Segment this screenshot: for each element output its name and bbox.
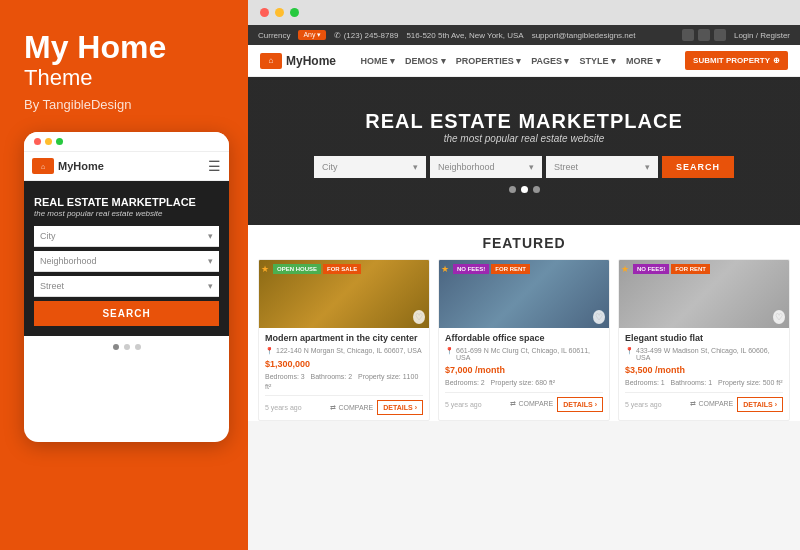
mobile-dot-2 [124, 344, 130, 350]
hero-title: REAL ESTATE MARKETPLACE [365, 110, 682, 133]
hero-neighborhood-select[interactable]: Neighborhood ▾ [430, 156, 542, 178]
nav-style[interactable]: STYLE ▾ [579, 56, 616, 66]
card-1-details: Bedrooms: 3 Bathrooms: 2 Property size: … [265, 372, 423, 392]
card-3-heart-icon[interactable]: ♡ [773, 310, 785, 324]
card-2-address: 📍 661-699 N Mc Clurg Ct, Chicago, IL 606… [445, 347, 603, 361]
mobile-search-button[interactable]: SEARCH [34, 301, 219, 326]
social-icons [682, 29, 726, 41]
desktop-hero: REAL ESTATE MARKETPLACE the most popular… [248, 77, 800, 225]
hero-pagination-dots [509, 186, 540, 193]
card-3-body: Elegant studio flat 📍 433-499 W Madison … [619, 328, 789, 417]
topbar-phone: ✆ (123) 245-8789 [334, 31, 398, 40]
mobile-neighborhood-chevron: ▾ [208, 256, 213, 266]
card-3-badges: NO FEES! FOR RENT [633, 264, 710, 274]
card-1-price: $1,300,000 [265, 359, 423, 369]
card-1-actions: ⇄ COMPARE DETAILS › [330, 400, 423, 415]
mobile-city-label: City [40, 231, 56, 241]
nav-demos[interactable]: DEMOS ▾ [405, 56, 446, 66]
nav-properties[interactable]: PROPERTIES ▾ [456, 56, 522, 66]
card-2-title: Affordable office space [445, 333, 603, 344]
mobile-logo: ⌂ MyHome [32, 158, 104, 174]
hero-street-label: Street [554, 162, 578, 172]
card-2-heart-icon[interactable]: ♡ [593, 310, 605, 324]
card-2-age: 5 years ago [445, 401, 482, 408]
hero-neighborhood-chevron: ▾ [529, 162, 534, 172]
card-3-compare[interactable]: ⇄ COMPARE [690, 400, 733, 408]
topbar-address: 516-520 5th Ave, New York, USA [406, 31, 523, 40]
mobile-hero: REAL ESTATE MARKETPLACE the most popular… [24, 181, 229, 336]
mobile-city-chevron: ▾ [208, 231, 213, 241]
card-3-image: ★ NO FEES! FOR RENT ♡ [619, 260, 789, 328]
mobile-mockup: ⌂ MyHome ☰ REAL ESTATE MARKETPLACE the m… [24, 132, 229, 442]
card-1-heart-icon[interactable]: ♡ [413, 310, 425, 324]
card-1-details-button[interactable]: DETAILS › [377, 400, 423, 415]
card-3-pin-icon: 📍 [625, 347, 634, 355]
submit-property-label: SUBMIT PROPERTY [693, 56, 770, 65]
card-2-details: Bedrooms: 2 Property size: 680 ft² [445, 378, 603, 388]
property-card-1: ★ OPEN HOUSE FOR SALE ♡ Modern apartment… [258, 259, 430, 421]
window-chrome [248, 0, 800, 25]
nav-more[interactable]: MORE ▾ [626, 56, 661, 66]
nav-home[interactable]: HOME ▾ [361, 56, 396, 66]
hero-dot-3 [533, 186, 540, 193]
featured-title: FEATURED [258, 235, 790, 251]
mobile-logo-text: MyHome [58, 160, 104, 172]
nav-links: HOME ▾ DEMOS ▾ PROPERTIES ▾ PAGES ▾ STYL… [361, 56, 661, 66]
card-2-footer: 5 years ago ⇄ COMPARE DETAILS › [445, 392, 603, 412]
card-1-footer: 5 years ago ⇄ COMPARE DETAILS › [265, 395, 423, 415]
hero-neighborhood-label: Neighborhood [438, 162, 495, 172]
property-card-3: ★ NO FEES! FOR RENT ♡ Elegant studio fla… [618, 259, 790, 421]
badge-no-fees-3: NO FEES! [633, 264, 669, 274]
card-3-address: 📍 433-499 W Madison St, Chicago, IL 6060… [625, 347, 783, 361]
mobile-logo-icon: ⌂ [32, 158, 54, 174]
card-3-details-button[interactable]: DETAILS › [737, 397, 783, 412]
currency-label: Currency [258, 31, 290, 40]
badge-for-rent-3: FOR RENT [671, 264, 710, 274]
hero-subtitle: the most popular real estate website [444, 133, 605, 144]
card-1-title: Modern apartment in the city center [265, 333, 423, 344]
card-2-compare[interactable]: ⇄ COMPARE [510, 400, 553, 408]
nav-logo: ⌂ MyHome [260, 53, 336, 69]
card-3-age: 5 years ago [625, 401, 662, 408]
card-1-address: 📍 122-140 N Morgan St, Chicago, IL 60607… [265, 347, 423, 355]
mobile-pagination-dots [24, 336, 229, 358]
facebook-icon[interactable] [682, 29, 694, 41]
mobile-topbar [24, 132, 229, 152]
hero-search-bar: City ▾ Neighborhood ▾ Street ▾ SEARCH [314, 156, 734, 178]
chrome-dot-yellow [275, 8, 284, 17]
login-link[interactable]: Login / Register [734, 31, 790, 40]
card-2-badges: NO FEES! FOR RENT [453, 264, 530, 274]
mobile-dot-1 [113, 344, 119, 350]
mobile-city-select[interactable]: City ▾ [34, 226, 219, 247]
app-byline: By TangibleDesign [24, 97, 224, 112]
desktop-nav: ⌂ MyHome HOME ▾ DEMOS ▾ PROPERTIES ▾ PAG… [248, 45, 800, 77]
nav-pages[interactable]: PAGES ▾ [531, 56, 569, 66]
card-3-details: Bedrooms: 1 Bathrooms: 1 Property size: … [625, 378, 783, 388]
hero-city-chevron: ▾ [413, 162, 418, 172]
chrome-dot-red [260, 8, 269, 17]
topbar-email: support@tangibledesigns.net [532, 31, 636, 40]
desktop-mockup: Currency Any ▾ ✆ (123) 245-8789 516-520 … [248, 0, 800, 550]
linkedin-icon[interactable] [714, 29, 726, 41]
mobile-neighborhood-select[interactable]: Neighborhood ▾ [34, 251, 219, 272]
hero-city-label: City [322, 162, 338, 172]
card-3-title: Elegant studio flat [625, 333, 783, 344]
currency-select[interactable]: Any ▾ [298, 30, 326, 40]
hamburger-icon[interactable]: ☰ [208, 158, 221, 174]
nav-logo-text: MyHome [286, 54, 336, 68]
card-1-compare[interactable]: ⇄ COMPARE [330, 404, 373, 412]
hero-dot-2 [521, 186, 528, 193]
card-1-address-text: 122-140 N Morgan St, Chicago, IL 60607, … [276, 347, 422, 354]
hero-street-select[interactable]: Street ▾ [546, 156, 658, 178]
twitter-icon[interactable] [698, 29, 710, 41]
hero-street-chevron: ▾ [645, 162, 650, 172]
mobile-street-chevron: ▾ [208, 281, 213, 291]
hero-search-button[interactable]: SEARCH [662, 156, 734, 178]
submit-property-button[interactable]: SUBMIT PROPERTY ⊕ [685, 51, 788, 70]
mobile-dot-3 [135, 344, 141, 350]
card-1-age: 5 years ago [265, 404, 302, 411]
card-2-details-button[interactable]: DETAILS › [557, 397, 603, 412]
mobile-hero-subtitle: the most popular real estate website [34, 209, 219, 218]
hero-city-select[interactable]: City ▾ [314, 156, 426, 178]
mobile-street-select[interactable]: Street ▾ [34, 276, 219, 297]
